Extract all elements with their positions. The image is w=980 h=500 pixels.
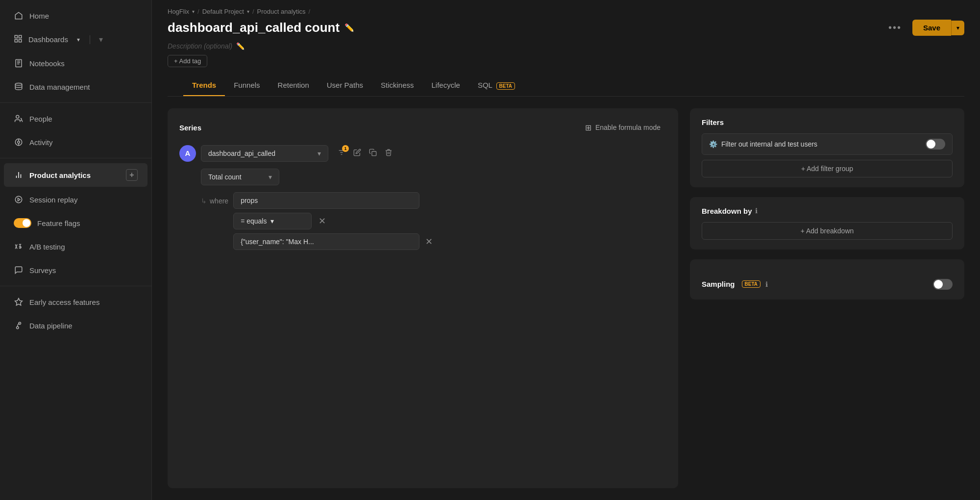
- event-selector[interactable]: dashboard_api_called ▾: [201, 145, 328, 162]
- formula-icon: ⊞: [585, 123, 591, 132]
- tab-lifecycle[interactable]: Lifecycle: [423, 75, 469, 96]
- where-label: ↳ where: [201, 192, 228, 205]
- filter-count-badge: 1: [342, 145, 349, 152]
- where-row: ↳ where = equals ▾ ✕: [201, 192, 666, 250]
- dashboards-icon: [14, 34, 23, 45]
- sidebar-item-activity[interactable]: Activity: [4, 131, 147, 153]
- edit-series-button[interactable]: [351, 146, 364, 161]
- tab-stickiness[interactable]: Stickiness: [372, 75, 423, 96]
- save-button-group: Save ▾: [912, 20, 964, 36]
- clear-filter-value-button[interactable]: ✕: [423, 234, 435, 249]
- filter-value-input[interactable]: [233, 233, 419, 250]
- filters-panel: Filters ⚙️ Filter out internal and test …: [690, 108, 964, 488]
- sidebar-item-people[interactable]: People: [4, 108, 147, 129]
- feature-flags-toggle[interactable]: [14, 218, 31, 228]
- tab-retention[interactable]: Retention: [269, 75, 318, 96]
- svg-rect-30: [372, 151, 376, 156]
- breadcrumb-default-project[interactable]: Default Project: [202, 8, 244, 15]
- count-selector[interactable]: Total count ▾: [201, 169, 279, 185]
- formula-mode-button[interactable]: ⊞ Enable formula mode: [579, 120, 666, 135]
- internal-filter-toggle[interactable]: [926, 139, 945, 150]
- filter-action-button[interactable]: 1: [335, 146, 348, 161]
- sidebar-item-product-analytics[interactable]: Product analytics +: [4, 163, 147, 187]
- tab-user-paths[interactable]: User Paths: [318, 75, 372, 96]
- data-pipeline-icon: [14, 321, 24, 330]
- query-panel: Series ⊞ Enable formula mode A dashboard…: [168, 108, 678, 488]
- svg-point-11: [18, 141, 20, 144]
- early-access-icon: [14, 297, 24, 307]
- sidebar-item-session-replay[interactable]: Session replay: [4, 189, 147, 210]
- tab-trends[interactable]: Trends: [183, 75, 225, 96]
- product-analytics-icon: [14, 170, 24, 180]
- title-edit-icon[interactable]: ✏️: [344, 23, 354, 32]
- hogflix-dropdown-icon[interactable]: ▾: [192, 9, 195, 14]
- svg-rect-0: [15, 35, 17, 38]
- sidebar-item-home[interactable]: Home: [4, 5, 147, 26]
- tab-sql[interactable]: SQL BETA: [469, 75, 524, 97]
- main-content: HogFlix ▾ / Default Project ▾ / Product …: [152, 0, 980, 500]
- svg-marker-24: [15, 299, 23, 305]
- filter-operator-selector[interactable]: = equals ▾: [233, 213, 312, 229]
- dashboards-expand-icon[interactable]: ▾: [99, 35, 103, 44]
- product-analytics-add-button[interactable]: +: [126, 169, 138, 181]
- svg-rect-1: [19, 35, 22, 38]
- event-selector-chevron-icon: ▾: [318, 150, 321, 157]
- breadcrumb-product-analytics[interactable]: Product analytics: [257, 8, 306, 15]
- breadcrumb-hogflix[interactable]: HogFlix: [168, 8, 189, 15]
- ab-testing-icon: [14, 242, 24, 251]
- session-replay-icon: [14, 195, 24, 204]
- breakdown-section: Breakdown by ℹ + Add breakdown: [690, 197, 964, 250]
- activity-icon: [14, 137, 24, 147]
- svg-rect-3: [19, 40, 22, 42]
- filter-gear-icon: ⚙️: [709, 140, 717, 148]
- sidebar-item-surveys[interactable]: Surveys: [4, 259, 147, 281]
- filter-property-input[interactable]: [233, 192, 419, 209]
- sidebar-item-feature-flags[interactable]: Feature flags: [4, 212, 147, 234]
- sidebar-item-dashboards[interactable]: Dashboards ▾ ▾: [4, 28, 147, 50]
- add-tag-button[interactable]: + Add tag: [168, 55, 207, 67]
- count-row: Total count ▾: [201, 169, 666, 185]
- remove-filter-button[interactable]: ✕: [317, 214, 328, 228]
- where-section: ↳ where = equals ▾ ✕: [201, 192, 666, 250]
- sampling-info-icon[interactable]: ℹ: [765, 280, 768, 288]
- delete-series-button[interactable]: [382, 146, 395, 161]
- filter-value-row: ✕: [233, 233, 666, 250]
- sidebar-item-notebooks[interactable]: Notebooks: [4, 52, 147, 74]
- series-title: Series: [179, 124, 201, 132]
- series-letter-badge: A: [179, 145, 196, 162]
- svg-point-9: [16, 115, 19, 118]
- add-breakdown-button[interactable]: + Add breakdown: [702, 222, 953, 240]
- breakdown-info-icon[interactable]: ℹ: [755, 207, 758, 215]
- sidebar-item-ab-testing[interactable]: A/B testing: [4, 236, 147, 257]
- sampling-section: Sampling BETA ℹ: [690, 259, 964, 300]
- default-project-dropdown-icon[interactable]: ▾: [247, 9, 249, 14]
- dashboards-chevron-icon: ▾: [77, 36, 80, 43]
- more-options-button[interactable]: •••: [883, 19, 906, 36]
- sidebar-item-data-pipeline[interactable]: Data pipeline: [4, 315, 147, 336]
- surveys-icon: [14, 265, 24, 275]
- breadcrumb: HogFlix ▾ / Default Project ▾ / Product …: [168, 8, 964, 15]
- sidebar-item-data-management[interactable]: Data management: [4, 76, 147, 98]
- description-edit-icon[interactable]: ✏️: [236, 42, 245, 50]
- duplicate-series-button[interactable]: [367, 146, 379, 161]
- sql-beta-badge: BETA: [496, 82, 515, 90]
- filters-section-title: Filters: [702, 118, 953, 126]
- sidebar-item-early-access[interactable]: Early access features: [4, 291, 147, 313]
- count-selector-chevron-icon: ▾: [269, 173, 272, 181]
- add-filter-group-button[interactable]: + Add filter group: [702, 160, 953, 177]
- series-row: A dashboard_api_called ▾ 1: [179, 145, 666, 162]
- breakdown-title: Breakdown by: [702, 207, 752, 215]
- breakdown-title-row: Breakdown by ℹ: [702, 207, 953, 215]
- svg-point-17: [15, 196, 22, 203]
- sidebar: Home Dashboards ▾ ▾ Notebooks Data manag…: [0, 0, 152, 500]
- title-row: dashboard_api_called count ✏️ ••• Save ▾: [168, 19, 964, 36]
- save-button[interactable]: Save: [912, 20, 951, 36]
- header: HogFlix ▾ / Default Project ▾ / Product …: [152, 0, 980, 97]
- filters-section: Filters ⚙️ Filter out internal and test …: [690, 108, 964, 187]
- sampling-toggle[interactable]: [933, 279, 953, 290]
- sampling-beta-badge: BETA: [742, 280, 760, 288]
- svg-rect-2: [15, 40, 17, 42]
- filter-op-chevron-icon: ▾: [270, 217, 274, 225]
- tab-funnels[interactable]: Funnels: [225, 75, 269, 96]
- save-dropdown-button[interactable]: ▾: [951, 21, 964, 35]
